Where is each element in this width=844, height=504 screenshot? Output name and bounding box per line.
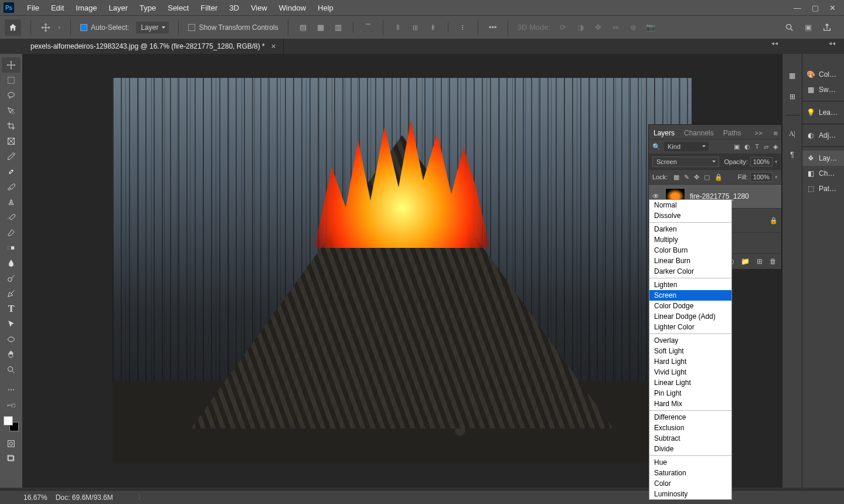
blend-hardmix[interactable]: Hard Mix: [649, 399, 731, 409]
collapse-dock-icon[interactable]: ◂◂: [829, 40, 836, 46]
blend-luminosity[interactable]: Luminosity: [649, 489, 731, 499]
edit-toolbar-icon[interactable]: ⋯: [2, 382, 21, 397]
dock-channels[interactable]: ◧Ch…: [802, 166, 844, 181]
fill-value-input[interactable]: 100%: [750, 172, 772, 182]
gradient-tool[interactable]: [2, 240, 21, 256]
blend-darkercolor[interactable]: Darker Color: [649, 266, 731, 277]
tab-layers[interactable]: Layers: [652, 127, 676, 139]
canvas[interactable]: [113, 78, 692, 464]
blend-color[interactable]: Color: [649, 478, 731, 489]
menu-3d[interactable]: 3D: [223, 1, 245, 15]
foreground-color-swatch[interactable]: [4, 416, 13, 425]
blend-divide[interactable]: Divide: [649, 444, 731, 454]
window-close-icon[interactable]: ✕: [829, 4, 836, 12]
move-tool[interactable]: [2, 57, 21, 73]
blend-overlay[interactable]: Overlay: [649, 335, 731, 346]
lock-pixels-icon[interactable]: ✎: [684, 173, 689, 181]
eyedropper-tool[interactable]: [2, 149, 21, 164]
dock-layers[interactable]: ❖Lay…: [802, 151, 844, 166]
lock-all-icon[interactable]: 🔒: [714, 173, 723, 181]
blend-darken[interactable]: Darken: [649, 224, 731, 234]
lock-artboard-icon[interactable]: ▢: [704, 173, 710, 181]
type-tool[interactable]: T: [2, 301, 21, 316]
pen-tool[interactable]: [2, 286, 21, 301]
document-tab[interactable]: pexels-alfomedeiros-12983243.jpg @ 16.7%…: [23, 39, 284, 54]
blend-difference[interactable]: Difference: [649, 412, 731, 423]
window-minimize-icon[interactable]: —: [794, 4, 801, 12]
dock-color[interactable]: 🎨Col…: [802, 67, 844, 82]
distribute-top-icon[interactable]: ⫴: [393, 22, 403, 33]
blend-multiply[interactable]: Multiply: [649, 234, 731, 245]
menu-select[interactable]: Select: [162, 1, 195, 15]
more-align-icon[interactable]: •••: [488, 22, 498, 33]
align-center-h-icon[interactable]: ▦: [315, 22, 326, 33]
blend-subtract[interactable]: Subtract: [649, 433, 731, 444]
blend-pinlight[interactable]: Pin Light: [649, 388, 731, 399]
frame-tool[interactable]: [2, 134, 21, 149]
blend-vividlight[interactable]: Vivid Light: [649, 367, 731, 377]
clone-stamp-tool[interactable]: [2, 195, 21, 210]
eraser-tool[interactable]: [2, 225, 21, 240]
character-panel-icon[interactable]: A|: [787, 128, 798, 139]
brush-tool[interactable]: [2, 179, 21, 195]
blend-colordodge[interactable]: Color Dodge: [649, 301, 731, 311]
align-top-icon[interactable]: ⎺: [363, 22, 373, 33]
show-transform-checkbox[interactable]: Show Transform Controls: [188, 23, 278, 32]
blend-linearlight[interactable]: Linear Light: [649, 377, 731, 388]
color-swatches[interactable]: [4, 416, 19, 431]
zoom-tool[interactable]: [2, 362, 21, 377]
status-more-icon[interactable]: 〉: [138, 492, 145, 502]
lock-transparency-icon[interactable]: ▩: [673, 173, 679, 181]
search-icon[interactable]: [784, 22, 795, 33]
collapse-panel-icon[interactable]: ◂◂: [771, 40, 778, 46]
window-maximize-icon[interactable]: ▢: [812, 4, 819, 12]
auto-select-checkbox[interactable]: Auto-Select:: [80, 23, 129, 32]
share-icon[interactable]: [822, 22, 832, 33]
dock-adjustments[interactable]: ◐Adj…: [802, 128, 844, 143]
distribute-bottom-icon[interactable]: ⫵: [428, 22, 438, 33]
distribute-vcenter-icon[interactable]: ⫼: [410, 22, 421, 33]
lasso-tool[interactable]: [2, 88, 21, 103]
dock-paths[interactable]: ⬚Pat…: [802, 181, 844, 196]
delete-layer-icon[interactable]: 🗑: [770, 257, 777, 265]
shape-tool[interactable]: [2, 332, 21, 347]
workspace-icon[interactable]: ▣: [803, 22, 814, 33]
blend-lineardodge[interactable]: Linear Dodge (Add): [649, 311, 731, 322]
opacity-value-input[interactable]: 100%: [750, 157, 772, 166]
hand-tool[interactable]: [2, 347, 21, 362]
tab-paths[interactable]: Paths: [722, 127, 743, 139]
menu-type[interactable]: Type: [134, 1, 162, 15]
blend-lighten[interactable]: Lighten: [649, 280, 731, 290]
menu-help[interactable]: Help: [312, 1, 339, 15]
panel-menu-icon[interactable]: ≡: [773, 129, 778, 138]
filter-kind-dropdown[interactable]: Kind: [664, 142, 709, 151]
properties-panel-icon[interactable]: ▦: [787, 70, 798, 81]
dock-learn[interactable]: 💡Lea…: [802, 105, 844, 120]
lock-position-icon[interactable]: ✥: [694, 173, 699, 181]
menu-view[interactable]: View: [245, 1, 273, 15]
menu-layer[interactable]: Layer: [103, 1, 134, 15]
dodge-tool[interactable]: [2, 271, 21, 286]
blend-hardlight[interactable]: Hard Light: [649, 356, 731, 367]
menu-window[interactable]: Window: [273, 1, 312, 15]
crop-tool[interactable]: [2, 118, 21, 134]
blend-dissolve[interactable]: Dissolve: [649, 210, 731, 221]
filter-pixel-icon[interactable]: ▣: [734, 143, 740, 151]
auto-select-target-dropdown[interactable]: Layer: [136, 22, 169, 33]
libraries-panel-icon[interactable]: ⊞: [787, 91, 798, 102]
path-select-tool[interactable]: [2, 316, 21, 332]
filter-type-icon[interactable]: T: [755, 143, 759, 151]
history-brush-tool[interactable]: [2, 210, 21, 225]
blend-normal[interactable]: Normal: [649, 200, 731, 210]
zoom-level[interactable]: 16.67%: [23, 493, 47, 502]
menu-filter[interactable]: Filter: [195, 1, 223, 15]
marquee-tool[interactable]: [2, 73, 21, 88]
menu-file[interactable]: File: [21, 1, 45, 15]
healing-tool[interactable]: [2, 164, 21, 179]
blend-lightercolor[interactable]: Lighter Color: [649, 322, 731, 332]
group-icon[interactable]: 📁: [741, 257, 750, 265]
filter-adjust-icon[interactable]: ◐: [744, 143, 750, 151]
filter-shape-icon[interactable]: ▱: [764, 143, 768, 151]
blend-mode-dropdown[interactable]: Screen: [652, 156, 719, 167]
blend-softlight[interactable]: Soft Light: [649, 346, 731, 356]
